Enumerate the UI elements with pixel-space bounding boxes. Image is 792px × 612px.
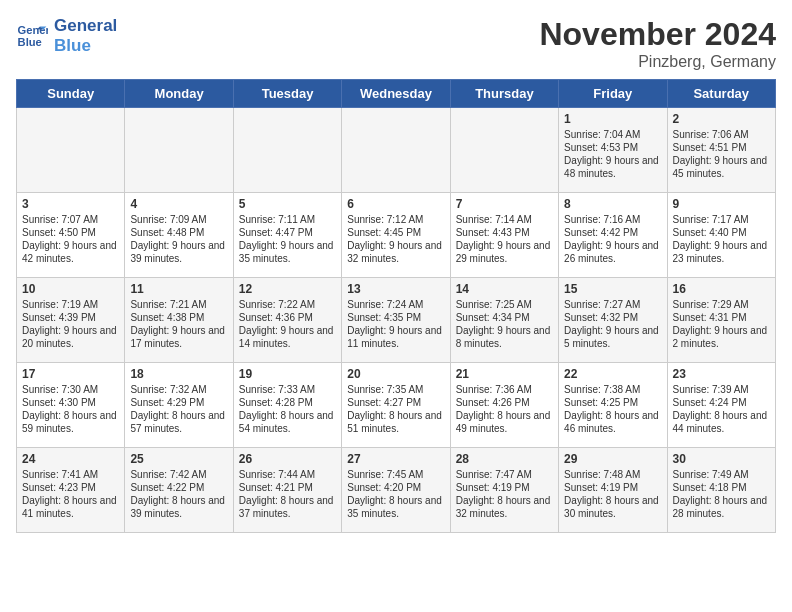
day-number: 16 xyxy=(673,282,770,296)
day-info: Sunset: 4:43 PM xyxy=(456,226,553,239)
day-number: 17 xyxy=(22,367,119,381)
day-header-tuesday: Tuesday xyxy=(233,80,341,108)
day-info: Sunset: 4:47 PM xyxy=(239,226,336,239)
day-header-thursday: Thursday xyxy=(450,80,558,108)
calendar-cell: 3Sunrise: 7:07 AMSunset: 4:50 PMDaylight… xyxy=(17,193,125,278)
day-info: Daylight: 9 hours and 48 minutes. xyxy=(564,154,661,180)
day-number: 8 xyxy=(564,197,661,211)
day-info: Sunrise: 7:45 AM xyxy=(347,468,444,481)
day-info: Sunrise: 7:30 AM xyxy=(22,383,119,396)
day-number: 13 xyxy=(347,282,444,296)
calendar-cell: 15Sunrise: 7:27 AMSunset: 4:32 PMDayligh… xyxy=(559,278,667,363)
day-info: Sunset: 4:35 PM xyxy=(347,311,444,324)
day-info: Sunrise: 7:06 AM xyxy=(673,128,770,141)
day-info: Daylight: 8 hours and 37 minutes. xyxy=(239,494,336,520)
calendar-cell: 4Sunrise: 7:09 AMSunset: 4:48 PMDaylight… xyxy=(125,193,233,278)
calendar-cell: 19Sunrise: 7:33 AMSunset: 4:28 PMDayligh… xyxy=(233,363,341,448)
day-info: Sunset: 4:51 PM xyxy=(673,141,770,154)
calendar-cell: 16Sunrise: 7:29 AMSunset: 4:31 PMDayligh… xyxy=(667,278,775,363)
day-info: Sunrise: 7:07 AM xyxy=(22,213,119,226)
day-number: 11 xyxy=(130,282,227,296)
day-info: Sunset: 4:39 PM xyxy=(22,311,119,324)
day-info: Sunrise: 7:48 AM xyxy=(564,468,661,481)
svg-text:General: General xyxy=(18,24,48,36)
calendar-cell: 1Sunrise: 7:04 AMSunset: 4:53 PMDaylight… xyxy=(559,108,667,193)
day-info: Sunset: 4:48 PM xyxy=(130,226,227,239)
title-area: November 2024 Pinzberg, Germany xyxy=(539,16,776,71)
calendar-cell: 23Sunrise: 7:39 AMSunset: 4:24 PMDayligh… xyxy=(667,363,775,448)
calendar-cell: 25Sunrise: 7:42 AMSunset: 4:22 PMDayligh… xyxy=(125,448,233,533)
day-info: Daylight: 8 hours and 35 minutes. xyxy=(347,494,444,520)
day-info: Sunset: 4:36 PM xyxy=(239,311,336,324)
day-info: Sunrise: 7:49 AM xyxy=(673,468,770,481)
day-number: 1 xyxy=(564,112,661,126)
calendar-week-row: 24Sunrise: 7:41 AMSunset: 4:23 PMDayligh… xyxy=(17,448,776,533)
day-number: 23 xyxy=(673,367,770,381)
day-info: Daylight: 9 hours and 35 minutes. xyxy=(239,239,336,265)
day-info: Daylight: 9 hours and 45 minutes. xyxy=(673,154,770,180)
calendar-cell: 10Sunrise: 7:19 AMSunset: 4:39 PMDayligh… xyxy=(17,278,125,363)
svg-text:Blue: Blue xyxy=(18,35,42,47)
day-info: Daylight: 9 hours and 11 minutes. xyxy=(347,324,444,350)
day-info: Daylight: 8 hours and 49 minutes. xyxy=(456,409,553,435)
day-info: Sunset: 4:21 PM xyxy=(239,481,336,494)
day-number: 18 xyxy=(130,367,227,381)
day-header-monday: Monday xyxy=(125,80,233,108)
day-info: Daylight: 8 hours and 54 minutes. xyxy=(239,409,336,435)
day-info: Sunrise: 7:44 AM xyxy=(239,468,336,481)
calendar-cell: 14Sunrise: 7:25 AMSunset: 4:34 PMDayligh… xyxy=(450,278,558,363)
day-info: Sunset: 4:23 PM xyxy=(22,481,119,494)
day-info: Sunrise: 7:32 AM xyxy=(130,383,227,396)
calendar-cell: 2Sunrise: 7:06 AMSunset: 4:51 PMDaylight… xyxy=(667,108,775,193)
day-info: Daylight: 9 hours and 39 minutes. xyxy=(130,239,227,265)
day-info: Daylight: 9 hours and 14 minutes. xyxy=(239,324,336,350)
day-info: Sunset: 4:38 PM xyxy=(130,311,227,324)
day-info: Daylight: 8 hours and 57 minutes. xyxy=(130,409,227,435)
calendar-cell: 29Sunrise: 7:48 AMSunset: 4:19 PMDayligh… xyxy=(559,448,667,533)
day-number: 20 xyxy=(347,367,444,381)
day-info: Daylight: 8 hours and 41 minutes. xyxy=(22,494,119,520)
day-info: Sunrise: 7:33 AM xyxy=(239,383,336,396)
day-info: Sunrise: 7:27 AM xyxy=(564,298,661,311)
day-info: Daylight: 9 hours and 17 minutes. xyxy=(130,324,227,350)
calendar-cell: 26Sunrise: 7:44 AMSunset: 4:21 PMDayligh… xyxy=(233,448,341,533)
day-number: 9 xyxy=(673,197,770,211)
location: Pinzberg, Germany xyxy=(539,53,776,71)
calendar-cell: 21Sunrise: 7:36 AMSunset: 4:26 PMDayligh… xyxy=(450,363,558,448)
day-info: Sunrise: 7:35 AM xyxy=(347,383,444,396)
day-info: Sunset: 4:27 PM xyxy=(347,396,444,409)
day-info: Sunrise: 7:17 AM xyxy=(673,213,770,226)
day-number: 10 xyxy=(22,282,119,296)
day-info: Sunrise: 7:14 AM xyxy=(456,213,553,226)
calendar-week-row: 10Sunrise: 7:19 AMSunset: 4:39 PMDayligh… xyxy=(17,278,776,363)
calendar-cell: 20Sunrise: 7:35 AMSunset: 4:27 PMDayligh… xyxy=(342,363,450,448)
day-info: Sunrise: 7:22 AM xyxy=(239,298,336,311)
day-info: Sunrise: 7:25 AM xyxy=(456,298,553,311)
day-info: Sunset: 4:32 PM xyxy=(564,311,661,324)
day-info: Daylight: 8 hours and 39 minutes. xyxy=(130,494,227,520)
day-info: Sunset: 4:34 PM xyxy=(456,311,553,324)
day-number: 30 xyxy=(673,452,770,466)
day-info: Sunset: 4:50 PM xyxy=(22,226,119,239)
day-info: Sunset: 4:45 PM xyxy=(347,226,444,239)
day-info: Daylight: 8 hours and 28 minutes. xyxy=(673,494,770,520)
day-number: 3 xyxy=(22,197,119,211)
day-info: Sunrise: 7:29 AM xyxy=(673,298,770,311)
day-info: Daylight: 8 hours and 46 minutes. xyxy=(564,409,661,435)
day-header-sunday: Sunday xyxy=(17,80,125,108)
day-info: Daylight: 9 hours and 5 minutes. xyxy=(564,324,661,350)
calendar-cell: 8Sunrise: 7:16 AMSunset: 4:42 PMDaylight… xyxy=(559,193,667,278)
day-info: Sunset: 4:22 PM xyxy=(130,481,227,494)
calendar-week-row: 17Sunrise: 7:30 AMSunset: 4:30 PMDayligh… xyxy=(17,363,776,448)
day-number: 7 xyxy=(456,197,553,211)
page-header: General Blue General Blue November 2024 … xyxy=(16,16,776,71)
logo: General Blue General Blue xyxy=(16,16,117,55)
day-number: 15 xyxy=(564,282,661,296)
calendar-cell: 17Sunrise: 7:30 AMSunset: 4:30 PMDayligh… xyxy=(17,363,125,448)
calendar-cell: 18Sunrise: 7:32 AMSunset: 4:29 PMDayligh… xyxy=(125,363,233,448)
day-info: Sunrise: 7:36 AM xyxy=(456,383,553,396)
calendar-cell xyxy=(342,108,450,193)
day-number: 19 xyxy=(239,367,336,381)
day-info: Daylight: 8 hours and 32 minutes. xyxy=(456,494,553,520)
day-number: 2 xyxy=(673,112,770,126)
